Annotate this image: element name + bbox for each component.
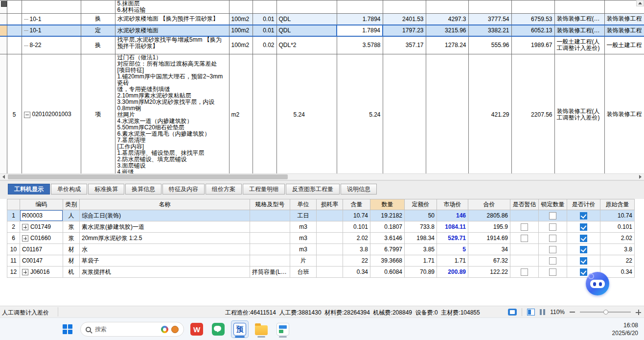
cell-type[interactable]: 浆: [63, 233, 80, 244]
bill-row[interactable]: 8-22换找平层,水泥砂浆找平每增减5mm 【换为预拌干混砂浆】100m20.0…: [0, 36, 644, 54]
cell-unit[interactable]: m2: [229, 54, 253, 174]
cell-row-number[interactable]: 2: [7, 221, 20, 233]
bill-row[interactable]: 10-1定水泥砂浆楼地面100m20.01QDL1.78941797.23321…: [0, 25, 644, 36]
cell-base-price[interactable]: 3.85: [405, 244, 437, 255]
cell-unit[interactable]: 100m2: [229, 14, 253, 25]
column-header[interactable]: 损耗率: [317, 199, 343, 210]
horizontal-scrollbar[interactable]: [0, 173, 644, 180]
cell-lock-quantity[interactable]: [539, 267, 567, 278]
cell-price1[interactable]: 1797.23: [383, 25, 426, 36]
grid-corner-icon[interactable]: [1, 1, 7, 7]
cell-total[interactable]: 34: [468, 244, 510, 255]
taskbar-app-explorer[interactable]: [253, 320, 270, 338]
cell-original-content[interactable]: 2.02: [600, 233, 635, 244]
cell-total[interactable]: 6759.53: [511, 14, 554, 25]
cell-code[interactable]: J06016: [20, 267, 63, 278]
cell-loss-rate[interactable]: [317, 233, 343, 244]
cell-price1[interactable]: [383, 0, 426, 14]
start-button[interactable]: [63, 324, 72, 334]
cell-original-content[interactable]: 10.74: [600, 210, 635, 221]
cell-type[interactable]: 定: [81, 25, 115, 36]
cell-lock-quantity[interactable]: [539, 210, 567, 221]
checkbox-is-priced[interactable]: [580, 235, 587, 242]
cell-type[interactable]: 换: [81, 14, 115, 25]
taskbar-app-wechat[interactable]: [209, 320, 227, 338]
cell-name[interactable]: 水: [80, 244, 250, 255]
checkbox-is-priced[interactable]: [580, 212, 587, 219]
cell-department[interactable]: 装饰装修工程(…: [554, 14, 604, 25]
cell-quantity[interactable]: 0.1807: [370, 221, 405, 233]
cell-market-price[interactable]: 5: [437, 244, 468, 255]
cell-name[interactable]: 草袋子: [80, 255, 250, 267]
cell-estimate[interactable]: [510, 233, 539, 244]
cell-code[interactable]: [22, 0, 81, 14]
cell-is-priced[interactable]: [567, 255, 600, 267]
scrollbar-thumb[interactable]: [8, 174, 288, 179]
cell-code[interactable]: 8-22: [22, 36, 81, 54]
scroll-left-icon[interactable]: [2, 175, 5, 179]
cell-is-priced[interactable]: [567, 210, 600, 221]
checkbox-lock-quantity[interactable]: [549, 268, 556, 276]
cell-total[interactable]: 195.9: [468, 221, 510, 233]
cell-estimate[interactable]: [510, 210, 539, 221]
cell-name[interactable]: 找平层,水泥砂浆找平每增减5mm 【换为预拌干混砂浆】: [115, 36, 229, 54]
cell-row-number[interactable]: 10: [7, 244, 20, 255]
column-header[interactable]: 是否计价: [567, 199, 600, 210]
search-highlight-icon[interactable]: [161, 326, 168, 333]
cell-total[interactable]: 6052.13: [511, 25, 554, 36]
cell-unit[interactable]: m3: [290, 221, 317, 233]
checkbox-lock-quantity[interactable]: [549, 257, 556, 265]
tab-item[interactable]: 单价构成: [51, 184, 87, 194]
zoom-out-button[interactable]: [570, 312, 575, 313]
cell-code[interactable]: C01660: [20, 233, 63, 244]
scroll-right-icon[interactable]: [639, 175, 642, 179]
cell-original-content[interactable]: 0.101: [600, 221, 635, 233]
resource-row[interactable]: 6C01660浆20mm厚水泥砂浆 1:2.5m32.023.6146198.3…: [7, 233, 635, 244]
cell-base-price[interactable]: 198.34: [405, 233, 437, 244]
resource-row[interactable]: 10C01167材水m33.86.79973.855343.8: [7, 244, 635, 255]
cell-code[interactable]: C01167: [20, 244, 63, 255]
cell-unit-price[interactable]: [468, 0, 511, 14]
cell-type[interactable]: 浆: [63, 221, 80, 233]
cell-expression[interactable]: [276, 0, 337, 14]
cell-type[interactable]: 项: [81, 54, 115, 174]
column-header[interactable]: 名称: [80, 199, 250, 210]
cell-spec[interactable]: [250, 244, 290, 255]
tab-item[interactable]: 换算信息: [125, 184, 161, 194]
checkbox-is-priced[interactable]: [580, 268, 587, 276]
cell-total[interactable]: 122.22: [468, 267, 510, 278]
cell-type[interactable]: 机: [63, 267, 80, 278]
cell-row-number[interactable]: 6: [7, 233, 20, 244]
cell-price1[interactable]: 357.17: [383, 36, 426, 54]
cell-major[interactable]: 装饰装修工程（人: [604, 14, 644, 25]
cell-department[interactable]: [554, 0, 604, 14]
checkbox-lock-quantity[interactable]: [549, 212, 556, 219]
cell-quantity[interactable]: 39.3668: [370, 255, 405, 267]
cell-original-content[interactable]: 3.8: [600, 244, 635, 255]
cell-unit-price[interactable]: 421.29: [468, 54, 511, 174]
cell-expression[interactable]: QDL*2: [276, 36, 337, 54]
cell-lock-quantity[interactable]: [539, 244, 567, 255]
cell-lock-quantity[interactable]: [539, 221, 567, 233]
cell-spec[interactable]: [250, 233, 290, 244]
tab-item[interactable]: 说明信息: [341, 184, 377, 194]
cell-unit[interactable]: 100m2: [229, 36, 253, 54]
cell-unit-price[interactable]: 3777.54: [468, 14, 511, 25]
display-mode-icon[interactable]: [508, 309, 517, 316]
cell-name[interactable]: 素水泥浆(掺建筑胶)一道: [80, 221, 250, 233]
basketball-icon[interactable]: [171, 326, 179, 333]
cell-quantity[interactable]: 0.6084: [370, 267, 405, 278]
cell-unit[interactable]: 工日: [290, 210, 317, 221]
cell-estimate[interactable]: [510, 221, 539, 233]
cell-price2[interactable]: 4297.3: [426, 14, 468, 25]
cell-type[interactable]: 人: [63, 210, 80, 221]
resource-row[interactable]: 11C00147材草袋子片2239.36681.711.7167.3222: [7, 255, 635, 267]
cell-row-number[interactable]: [7, 14, 22, 25]
cell-is-priced[interactable]: [567, 221, 600, 233]
cell-total[interactable]: 1989.67: [511, 36, 554, 54]
cell-name[interactable]: 过门石（做法1） 对应部位：所有地面过渡标高无落差处 [项目特征] 1.铺20m…: [115, 54, 229, 174]
cell-amount[interactable]: 3.5788: [337, 36, 383, 54]
resource-row[interactable]: 2C01749浆素水泥浆(掺建筑胶)一道m30.1010.1807733.810…: [7, 221, 635, 233]
cell-unit[interactable]: 台班: [290, 267, 317, 278]
bill-row[interactable]: 5.抹面层 6.材料运输: [0, 0, 644, 14]
